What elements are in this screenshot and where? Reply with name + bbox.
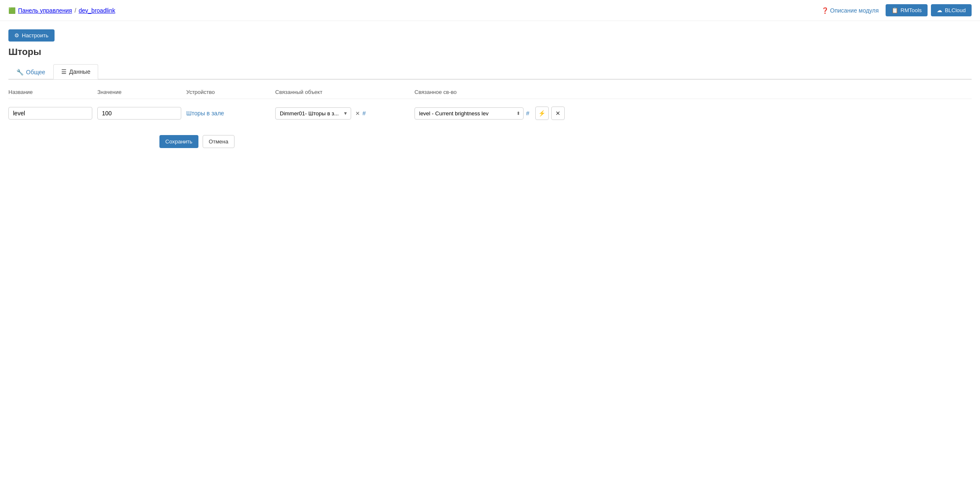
panel-icon: 🟩 (8, 7, 16, 14)
configure-button[interactable]: ⚙ Настроить (8, 29, 55, 42)
form-actions: Сохранить Отмена (8, 135, 972, 148)
linked-obj-select[interactable]: Dimmer01- Шторы в з... (275, 107, 351, 120)
value-cell (97, 107, 181, 120)
wrench-icon: 🔧 (16, 69, 23, 75)
breadcrumb: 🟩 Панель управления / dev_broadlink (8, 7, 115, 14)
header-btn-group: 📋 RMTools ☁ BLCloud (886, 4, 972, 16)
hash-link-2[interactable]: # (526, 110, 529, 117)
data-table-area: Название Значение Устройство Связанный о… (8, 79, 972, 148)
breadcrumb-module-link[interactable]: dev_broadlink (79, 7, 115, 14)
rmtools-button[interactable]: 📋 RMTools (886, 4, 928, 16)
page-title: Шторы (8, 47, 972, 57)
col-device: Устройство (186, 89, 270, 95)
tab-data-label: Данные (69, 68, 91, 75)
linked-prop-cell: level - Current brightness lev ⬍ # ⚡ ✕ (414, 107, 972, 120)
breadcrumb-separator: / (75, 7, 76, 14)
help-label: Описание модуля (830, 7, 879, 14)
rmtools-icon: 📋 (891, 7, 898, 13)
device-cell: Шторы в зале (186, 110, 270, 117)
col-linked-obj: Связанный объект (275, 89, 409, 95)
top-bar: 🟩 Панель управления / dev_broadlink ❓ Оп… (0, 0, 980, 21)
linked-obj-select-wrap: Dimmer01- Шторы в з... ▼ (275, 107, 351, 120)
configure-label: Настроить (22, 32, 49, 39)
action-buttons: ⚡ ✕ (535, 107, 565, 120)
hash-link-1[interactable]: # (362, 110, 366, 117)
col-value: Значение (97, 89, 181, 95)
help-link[interactable]: ❓ Описание модуля (821, 7, 879, 14)
tab-general-label: Общее (26, 69, 45, 75)
table-icon: ☰ (61, 68, 67, 75)
linked-prop-select[interactable]: level - Current brightness lev (414, 107, 524, 120)
device-link[interactable]: Шторы в зале (186, 110, 224, 117)
linked-obj-cell: Dimmer01- Шторы в з... ▼ ✕ # (275, 107, 409, 120)
col-name: Название (8, 89, 92, 95)
main-content: ⚙ Настроить Шторы 🔧 Общее ☰ Данные Назва… (0, 21, 980, 148)
blcloud-button[interactable]: ☁ BLCloud (931, 4, 972, 16)
table-header: Название Значение Устройство Связанный о… (8, 86, 972, 99)
name-cell (8, 107, 92, 120)
blcloud-icon: ☁ (937, 7, 942, 13)
tab-general[interactable]: 🔧 Общее (8, 64, 53, 79)
breadcrumb-panel-link[interactable]: Панель управления (18, 7, 72, 14)
tab-data[interactable]: ☰ Данные (53, 64, 99, 79)
save-button[interactable]: Сохранить (159, 135, 198, 148)
close-icon: ✕ (555, 110, 560, 117)
linked-prop-select-wrap: level - Current brightness lev ⬍ (414, 107, 524, 120)
rmtools-label: RMTools (901, 7, 922, 13)
tabs-container: 🔧 Общее ☰ Данные (8, 64, 972, 79)
value-input[interactable] (97, 107, 181, 120)
gear-icon: ⚙ (14, 32, 19, 39)
top-right-area: ❓ Описание модуля 📋 RMTools ☁ BLCloud (821, 4, 972, 16)
delete-button[interactable]: ✕ (551, 107, 565, 120)
name-input[interactable] (8, 107, 92, 120)
col-linked-prop: Связанное св-во (414, 89, 972, 95)
table-row: Шторы в зале Dimmer01- Шторы в з... ▼ ✕ … (8, 103, 972, 123)
blcloud-label: BLCloud (945, 7, 966, 13)
lightning-button[interactable]: ⚡ (535, 107, 549, 120)
help-icon: ❓ (821, 7, 829, 14)
lightning-icon: ⚡ (538, 110, 545, 117)
cancel-button[interactable]: Отмена (203, 135, 235, 148)
